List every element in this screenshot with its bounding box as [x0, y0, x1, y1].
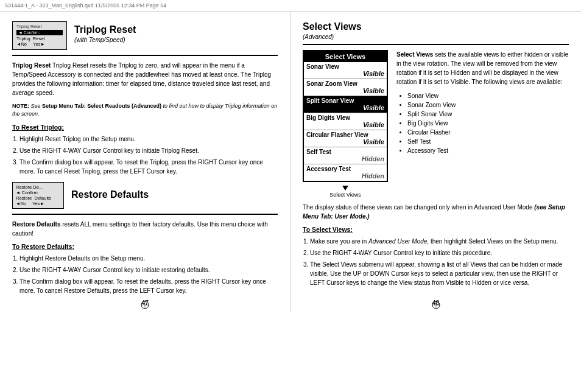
select-views-title: Select Views	[303, 21, 569, 32]
triplog-reset-device-row: Triplog Reset ◄ Confirm: Triplog Reset ◄…	[12, 21, 278, 50]
page-header: 531444-1_A - 323_Man_English.qxd 11/5/20…	[0, 0, 581, 12]
down-arrow-icon	[342, 186, 348, 191]
right-page: Select Views (Advanced) Select Views Son…	[290, 12, 581, 311]
restore-options-row1: Restore Defaults	[16, 195, 60, 201]
reg-mark-bottom-left	[140, 300, 150, 310]
select-views-panel: Select Views Sonar View Visible Sonar Zo…	[303, 50, 388, 182]
restore-device-row: Restore De... ◄ Confirm: Restore Default…	[12, 182, 278, 209]
restore-title: Restore Defaults	[71, 189, 149, 200]
bullet-split-sonar: Split Sonar View	[407, 110, 569, 119]
device-options-row1: Triplog Reset	[16, 36, 63, 41]
header-text: 531444-1_A - 323_Man_English.qxd 11/5/20…	[5, 2, 166, 9]
views-bullet-list: Sonar View Sonar Zoom View Split Sonar V…	[403, 91, 569, 155]
restore-device-image: Restore De... ◄ Confirm: Restore Default…	[12, 182, 64, 209]
sv-row-circular-flasher: Circular Flasher View Visible	[304, 130, 387, 147]
select-step-2: Use the RIGHT 4-WAY Cursor Control key t…	[310, 248, 569, 257]
sv-row-big-digits: Big Digits View Visible	[304, 113, 387, 130]
sv-row-split-sonar: Split Sonar View Visible	[304, 96, 387, 113]
right-bottom-reg	[431, 300, 441, 311]
select-views-subtitle: (Advanced)	[303, 33, 569, 40]
restore-body: Restore Defaults resets ALL menu setting…	[12, 220, 278, 238]
right-text-area: Select Views sets the available views to…	[396, 50, 569, 203]
select-views-intro: Select Views sets the available views to…	[396, 50, 569, 86]
to-restore-heading: To Restore Defaults:	[12, 243, 278, 250]
triplog-step-1: Highlight Reset Triplog on the Setup men…	[19, 135, 278, 144]
restore-steps-list: Highlight Restore Defaults on the Setup …	[19, 254, 278, 295]
triplog-step-3: The Confirm dialog box will appear. To r…	[19, 158, 278, 176]
page-container: Triplog Reset ◄ Confirm: Triplog Reset ◄…	[0, 12, 581, 311]
bullet-sonar-zoom: Sonar Zoom View	[407, 100, 569, 110]
select-views-steps-list: Make sure you are in Advanced User Mode,…	[310, 237, 569, 287]
select-step-3: The Select Views submenu will appear, sh…	[310, 260, 569, 287]
restore-top-label: Restore De...	[16, 184, 60, 190]
to-reset-heading: To Reset Triplog:	[12, 124, 278, 131]
triplog-body: Triplog Reset Triplog Reset resets the T…	[12, 61, 278, 97]
bullet-sonar-view: Sonar View	[407, 91, 569, 100]
triplog-steps-list: Highlight Reset Triplog on the Setup men…	[19, 135, 278, 176]
sv-caption: Select Views	[303, 186, 388, 198]
device-top-label: Triplog Reset	[16, 24, 63, 29]
restore-step-3: The Confirm dialog box will appear. To r…	[19, 277, 278, 295]
restore-options-row2: ◄No Yes►	[16, 201, 60, 206]
sv-row-accessory-test: Accessory Test Hidden	[304, 164, 387, 181]
triplog-step-2: Use the RIGHT 4-WAY Cursor Control key t…	[19, 146, 278, 155]
to-select-heading: To Select Views:	[303, 226, 569, 233]
reg-mark-bottom-right	[431, 300, 441, 310]
sv-row-self-test: Self Test Hidden	[304, 147, 387, 164]
triplog-title: Triplog Reset	[74, 24, 136, 35]
select-step-1: Make sure you are in Advanced User Mode,…	[310, 237, 569, 246]
sv-panel-header: Select Views	[304, 51, 387, 62]
select-views-panel-area: Select Views Sonar View Visible Sonar Zo…	[303, 50, 388, 203]
triplog-subtitle: (with Temp/Speed)	[74, 37, 136, 43]
bullet-big-digits: Big Digits View	[407, 119, 569, 128]
display-note: The display status of these views can be…	[303, 203, 569, 221]
bullet-circular-flasher: Circular Flasher	[407, 128, 569, 137]
triplog-divider	[12, 55, 278, 56]
restore-divider	[12, 214, 278, 215]
select-views-divider	[303, 44, 569, 45]
left-page: Triplog Reset ◄ Confirm: Triplog Reset ◄…	[0, 12, 290, 311]
restore-step-2: Use the RIGHT 4-WAY Cursor Control key t…	[19, 265, 278, 275]
triplog-device-image: Triplog Reset ◄ Confirm: Triplog Reset ◄…	[12, 21, 67, 50]
sv-row-sonar: Sonar View Visible	[304, 62, 387, 79]
device-options-row2: ◄No Yes►	[16, 41, 63, 47]
restore-term: Restore Defaults	[12, 221, 60, 228]
triplog-title-block: Triplog Reset (with Temp/Speed)	[74, 24, 136, 47]
sv-row-sonar-zoom: Sonar Zoom View Visible	[304, 79, 387, 96]
restore-title-block: Restore Defaults	[71, 189, 149, 201]
triplog-note: NOTE: See Setup Menu Tab: Select Readout…	[12, 102, 278, 117]
right-content-area: Select Views Sonar View Visible Sonar Zo…	[303, 50, 569, 203]
triplog-term: Triplog Reset	[12, 62, 51, 69]
left-bottom-reg	[140, 300, 150, 311]
confirm-label: ◄ Confirm:	[16, 30, 63, 35]
svg-marker-3	[342, 186, 348, 191]
select-views-term: Select Views	[396, 51, 433, 58]
bullet-self-test: Self Test	[407, 137, 569, 146]
restore-step-1: Highlight Restore Defaults on the Setup …	[19, 254, 278, 263]
restore-confirm-label: ◄ Confirm:	[16, 190, 60, 195]
bullet-accessory-test: Accessory Test	[407, 146, 569, 155]
